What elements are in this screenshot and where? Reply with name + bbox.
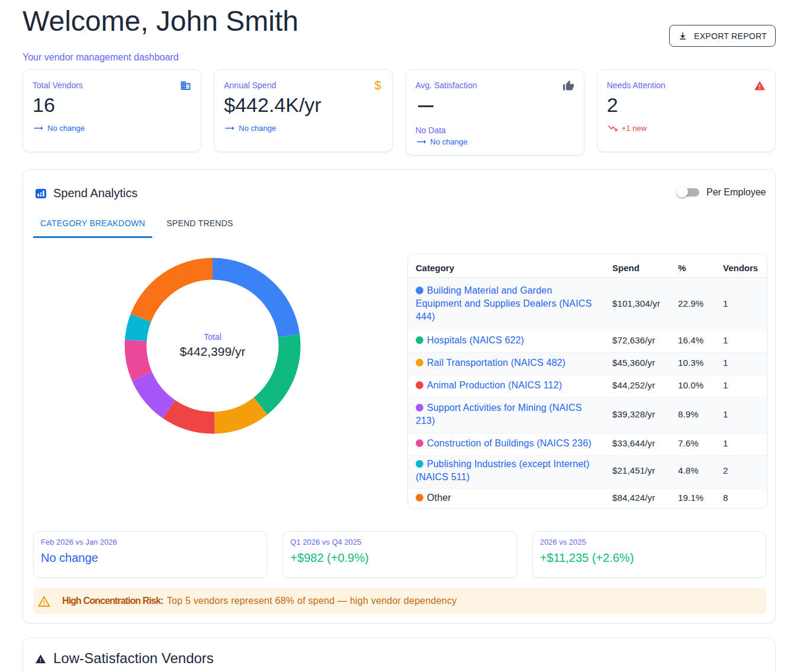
- svg-text:$442,399/yr: $442,399/yr: [180, 345, 246, 358]
- svg-text:Total: Total: [204, 332, 221, 342]
